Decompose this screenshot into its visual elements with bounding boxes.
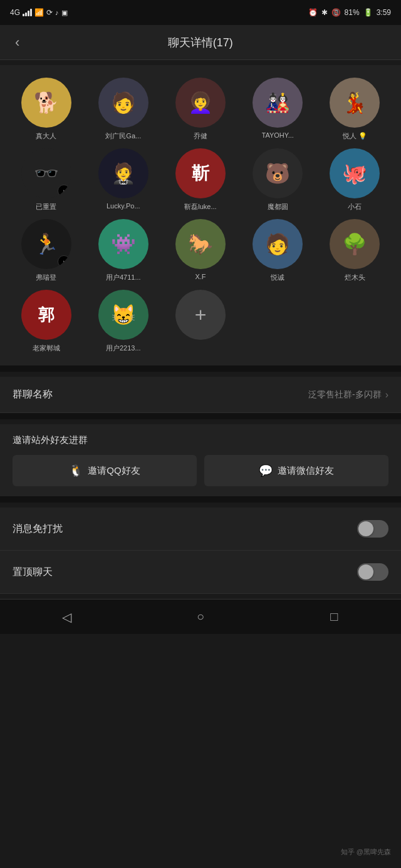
member-avatar: 👾 (98, 219, 148, 269)
toggle-section: 消息免打扰 置顶聊天 (0, 508, 401, 594)
member-name: 靳磊luke... (184, 202, 216, 212)
group-name-label: 群聊名称 (13, 388, 53, 401)
member-item[interactable]: 🧑 刘广民Ga... (87, 78, 159, 141)
member-avatar: 🐻 (253, 148, 303, 198)
member-avatar: 🕶️ ♪ (21, 148, 71, 198)
pin-row: 置顶聊天 (0, 551, 401, 594)
member-name: 刘广民Ga... (105, 131, 141, 141)
invite-wechat-button[interactable]: 💬 邀请微信好友 (204, 455, 388, 486)
member-avatar: 👩‍🦱 (175, 78, 226, 128)
status-bar: 4G 📶 ⟳ ♪ ▣ ⏰ ✱ 📵 81% 🔋 3:59 (0, 0, 401, 25)
member-avatar: 💃 (330, 78, 380, 128)
mute-toggle[interactable] (357, 520, 388, 538)
sync-icon: ⟳ (46, 8, 53, 17)
battery-level: 81% (345, 8, 360, 17)
member-item[interactable]: 🐎 X.F (164, 219, 236, 282)
member-avatar: 靳 (175, 148, 226, 198)
pin-toggle-knob (358, 564, 373, 580)
settings-section: 群聊名称 泛零售社群-多闪群 › (0, 377, 401, 413)
status-right: ⏰ ✱ 📵 81% 🔋 3:59 (308, 8, 391, 17)
mute-row: 消息免打扰 (0, 508, 401, 551)
member-item[interactable]: 🤵 Lucky.Po... (87, 148, 159, 212)
time: 3:59 (377, 8, 391, 17)
member-name: 烂木头 (345, 273, 365, 282)
signal-bars (23, 9, 32, 16)
member-item[interactable]: 靳 靳磊luke... (164, 148, 236, 212)
mute-label: 消息免打扰 (13, 523, 63, 536)
member-avatar: 🏃 ♪ (21, 219, 71, 269)
invite-title: 邀请站外好友进群 (13, 434, 388, 446)
back-button[interactable]: ‹ (10, 29, 24, 56)
nav-recent-icon: □ (330, 610, 338, 624)
member-avatar: 😸 (98, 290, 148, 340)
tiktok-icon: ♪ (55, 9, 59, 16)
member-item[interactable]: 🐙 小石 (319, 148, 391, 212)
member-avatar: 🧑 (98, 78, 148, 128)
member-item[interactable]: + (164, 290, 236, 353)
member-item[interactable]: 🎎 TAYOHY... (242, 78, 314, 141)
member-item[interactable]: 🏃 ♪ 弗瑞登 (10, 219, 82, 282)
member-item[interactable]: 💃 悦人 💡 (319, 78, 391, 141)
member-avatar: 🐕 (21, 78, 71, 128)
member-name: X.F (195, 273, 206, 280)
alarm-icon: ⏰ (308, 8, 318, 17)
qq-icon: 🐧 (69, 464, 83, 477)
nav-home-button[interactable]: ○ (188, 605, 213, 630)
divider-2 (0, 413, 401, 419)
members-grid: 🐕 真大人 🧑 刘广民Ga... 👩‍🦱 乔健 🎎 TAYOHY... (10, 78, 391, 353)
member-item[interactable]: 🐕 真大人 (10, 78, 82, 141)
nav-home-icon: ○ (197, 610, 204, 624)
member-avatar: 🎎 (253, 78, 303, 128)
extra-icon: ▣ (61, 9, 68, 17)
invite-buttons: 🐧 邀请QQ好友 💬 邀请微信好友 (13, 455, 388, 486)
member-name: 小石 (348, 202, 362, 212)
member-item[interactable]: 🧑 悦诚 (242, 219, 314, 282)
member-avatar: 🐎 (175, 219, 226, 269)
battery-icon: 🔋 (363, 8, 373, 17)
member-name: Lucky.Po... (107, 202, 140, 210)
member-avatar: 🐙 (330, 148, 380, 198)
member-name: 悦人 💡 (343, 131, 367, 141)
member-item[interactable]: 🕶️ ♪ 已重置 (10, 148, 82, 212)
member-name: 已重置 (36, 202, 56, 212)
group-name-row[interactable]: 群聊名称 泛零售社群-多闪群 › (0, 377, 401, 413)
member-item[interactable]: 🐻 魔都圆 (242, 148, 314, 212)
member-name: 魔都圆 (268, 202, 288, 212)
watermark: 知乎 @黑啤先森 (341, 847, 391, 857)
member-item[interactable]: 🌳 烂木头 (319, 219, 391, 282)
screen-icon: 📵 (331, 8, 341, 17)
member-name: 真大人 (36, 131, 56, 141)
pin-toggle[interactable] (357, 563, 388, 581)
nav-back-button[interactable]: ◁ (55, 605, 80, 630)
chevron-right-icon: › (385, 389, 388, 401)
header: ‹ 聊天详情(17) (0, 25, 401, 60)
bottom-nav: ◁ ○ □ 知乎 @黑啤先森 (0, 599, 401, 634)
member-item[interactable]: 👾 用户4711... (87, 219, 159, 282)
pin-label: 置顶聊天 (13, 566, 53, 579)
member-name: 老家郸城 (33, 344, 60, 353)
member-name: 用户4711... (106, 273, 141, 282)
divider-1 (0, 365, 401, 372)
member-avatar: 🧑 (253, 219, 303, 269)
member-item[interactable]: 郭 老家郸城 (10, 290, 82, 353)
member-name: 悦诚 (271, 273, 284, 282)
member-avatar: 🌳 (330, 219, 380, 269)
invite-qq-button[interactable]: 🐧 邀请QQ好友 (13, 455, 197, 486)
member-item[interactable]: 👩‍🦱 乔健 (164, 78, 236, 141)
member-item[interactable]: 😸 用户2213... (87, 290, 159, 353)
member-name: 弗瑞登 (36, 273, 56, 282)
member-name: TAYOHY... (262, 131, 294, 139)
page-title: 聊天详情(17) (34, 35, 366, 50)
member-name: 用户2213... (106, 344, 141, 353)
wechat-icon: 💬 (259, 464, 273, 477)
tiktok-badge-icon: ♪ (58, 185, 70, 197)
members-section: 🐕 真大人 🧑 刘广民Ga... 👩‍🦱 乔健 🎎 TAYOHY... (0, 65, 401, 365)
wifi-icon: 📶 (34, 8, 44, 17)
status-left: 4G 📶 ⟳ ♪ ▣ (10, 8, 68, 17)
invite-section: 邀请站外好友进群 🐧 邀请QQ好友 💬 邀请微信好友 (0, 424, 401, 496)
nav-recent-button[interactable]: □ (321, 605, 346, 630)
group-name-value: 泛零售社群-多闪群 › (308, 389, 388, 401)
bluetooth-icon: ✱ (321, 8, 328, 17)
add-member-button[interactable]: + (175, 290, 226, 340)
member-name: 乔健 (194, 131, 207, 141)
